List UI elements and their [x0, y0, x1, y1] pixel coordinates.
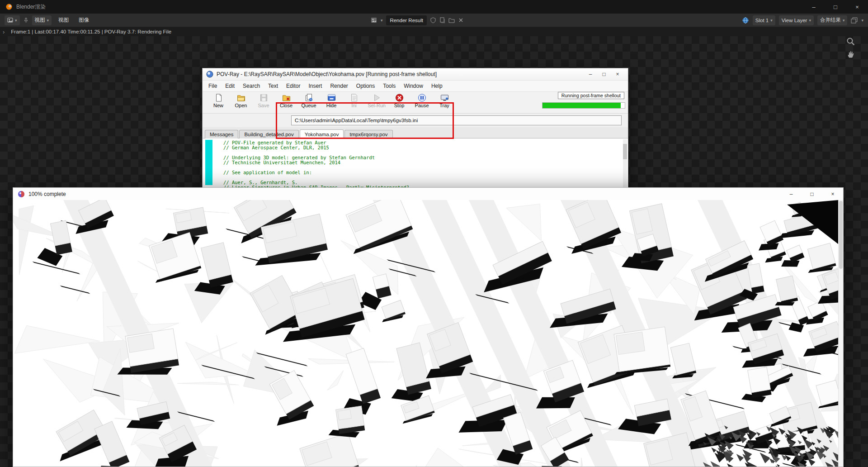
menu-edit[interactable]: Edit — [221, 81, 239, 91]
editor-type-selector[interactable]: ▾ — [5, 15, 20, 25]
code-scrollbar-thumb[interactable] — [623, 144, 627, 159]
code-line: // See application of model in: — [223, 170, 628, 175]
pause-icon — [417, 93, 427, 102]
menu-editor[interactable]: Editor — [282, 81, 304, 91]
blender-titlebar: Blender渲染 – □ × — [0, 0, 868, 14]
slot-dropdown[interactable]: Slot 1 ▾ — [753, 15, 775, 25]
tab-messages[interactable]: Messages — [205, 130, 238, 138]
code-line: // German Aerospace Center, DLR, 2015 — [223, 145, 628, 150]
toolbar-tray-button[interactable]: Tray — [433, 92, 456, 113]
ini-path-field[interactable]: C:\Users\admin\AppData\Local\Temp\tmpy6g… — [291, 115, 622, 125]
render-window: 100% complete – □ × — [13, 187, 844, 467]
menu-insert[interactable]: Insert — [304, 81, 326, 91]
new-image-icon[interactable] — [439, 17, 445, 23]
queue-icon — [304, 93, 314, 102]
toolbar-ini-button[interactable]: Ini — [343, 92, 365, 113]
ini-icon — [349, 93, 359, 102]
blender-minimize-button[interactable]: – — [803, 0, 825, 14]
chevron-down-icon: ▾ — [809, 18, 811, 23]
render-close-button[interactable]: × — [822, 188, 843, 200]
editor-selection-marker — [205, 140, 212, 185]
blender-status-strip: › Frame:1 | Last:00:17.40 Time:00:11.25 … — [0, 27, 868, 36]
tab-building-detailed[interactable]: Building_detailed.pov — [239, 130, 298, 138]
povray-menubar: File Edit Search Text Editor Insert Rend… — [203, 81, 628, 92]
view-mode-dropdown[interactable]: 视图 ▾ — [32, 15, 52, 25]
menu-text[interactable]: Text — [264, 81, 282, 91]
hide-icon — [327, 93, 336, 102]
fake-user-shield-icon[interactable] — [430, 17, 436, 23]
code-line: // Technische Universitaet Muenchen, 201… — [223, 160, 628, 165]
render-window-icon — [18, 191, 25, 198]
menu-file[interactable]: File — [204, 81, 221, 91]
blender-close-button[interactable]: × — [846, 0, 868, 14]
blender-header: ▾ 视图 ▾ 视图 图像 ▾ Render Result — [0, 14, 868, 27]
render-status-text: Frame:1 | Last:00:17.40 Time:00:11.25 | … — [11, 29, 171, 34]
menu-help[interactable]: Help — [427, 81, 447, 91]
open-image-folder-icon[interactable] — [448, 18, 455, 23]
blender-logo-icon — [5, 3, 13, 10]
povray-logo-icon — [206, 71, 213, 78]
blender-window-title: Blender渲染 — [16, 3, 46, 11]
menu-search[interactable]: Search — [239, 81, 264, 91]
menu-render[interactable]: Render — [326, 81, 352, 91]
zoom-magnifier-icon[interactable] — [846, 37, 855, 48]
sel-run-icon — [372, 93, 382, 102]
toolbar-close-button[interactable]: Close — [275, 92, 297, 113]
povray-path-row: C:\Users\admin\AppData\Local\Temp\tmpy6g… — [203, 114, 628, 127]
menu-options[interactable]: Options — [352, 81, 379, 91]
menu-window[interactable]: Window — [400, 81, 427, 91]
shellout-progress-fill — [542, 103, 621, 108]
pin-icon[interactable] — [24, 18, 28, 23]
view-layer-dropdown[interactable]: View Layer ▾ — [779, 15, 814, 25]
povray-window-title: POV-Ray - E:\RaySAR\RaySAR\Model\Object\… — [217, 71, 584, 77]
chevron-down-icon[interactable]: ▾ — [861, 18, 863, 23]
render-scrollbar-thumb[interactable] — [839, 201, 843, 269]
render-result-field[interactable]: Render Result — [386, 15, 427, 25]
povray-maximize-button[interactable]: □ — [597, 68, 611, 80]
menu-image[interactable]: 图像 — [75, 15, 92, 25]
render-scrollbar[interactable] — [838, 200, 843, 467]
toolbar-hide-button[interactable]: Hide — [320, 92, 343, 113]
toolbar-save-button[interactable]: Save — [252, 92, 275, 113]
rendered-city-image — [13, 200, 839, 467]
panel-expand-arrow[interactable]: › — [3, 29, 5, 35]
tab-tmp-pov[interactable]: tmpx6rqorsy.pov — [344, 130, 392, 138]
menu-view[interactable]: 视图 — [55, 15, 72, 25]
toolbar-new-button[interactable]: New — [207, 92, 230, 113]
povray-close-button[interactable]: × — [611, 68, 624, 80]
toolbar-stop-button[interactable]: Stop — [388, 92, 410, 113]
image-stack-icon[interactable] — [851, 17, 858, 24]
pan-hand-icon[interactable] — [846, 50, 855, 61]
new-icon — [214, 93, 223, 102]
povray-titlebar[interactable]: POV-Ray - E:\RaySAR\RaySAR\Model\Object\… — [203, 68, 628, 81]
render-window-titlebar[interactable]: 100% complete – □ × — [13, 188, 843, 200]
open-icon — [236, 93, 246, 102]
render-pass-dropdown[interactable]: 合并结果 ▾ — [817, 15, 848, 25]
shellout-progress-bar — [542, 102, 625, 109]
toolbar-open-button[interactable]: Open — [230, 92, 252, 113]
unlink-x-icon[interactable] — [458, 18, 463, 23]
povray-window: POV-Ray - E:\RaySAR\RaySAR\Model\Object\… — [202, 68, 628, 204]
chevron-down-icon: ▾ — [15, 18, 17, 23]
image-datablock-icon[interactable] — [371, 17, 377, 23]
chevron-down-icon: ▾ — [770, 18, 773, 23]
toolbar-pause-button[interactable]: Pause — [410, 92, 433, 113]
render-progress-title: 100% complete — [28, 191, 781, 197]
blender-window-controls: – □ × — [803, 0, 868, 14]
toolbar-queue-button[interactable]: Queue — [297, 92, 320, 113]
chevron-down-icon: ▾ — [843, 18, 845, 23]
render-maximize-button[interactable]: □ — [802, 188, 822, 200]
render-slot-globe-icon[interactable] — [742, 17, 749, 24]
povray-toolbar: New Open Save Close Queue Hide — [203, 92, 628, 114]
image-editor-icon — [7, 17, 13, 23]
menu-tools[interactable]: Tools — [379, 81, 400, 91]
povray-editor-tabs: Messages Building_detailed.pov Yokohama.… — [203, 127, 628, 138]
save-icon — [259, 93, 269, 102]
chevron-down-icon[interactable]: ▾ — [381, 18, 383, 23]
povray-minimize-button[interactable]: – — [584, 68, 597, 80]
render-minimize-button[interactable]: – — [781, 188, 802, 200]
toolbar-selrun-button[interactable]: Sel-Run — [365, 92, 388, 113]
render-output-image — [13, 200, 843, 467]
tab-yokohama[interactable]: Yokohama.pov — [300, 129, 344, 138]
blender-maximize-button[interactable]: □ — [825, 0, 846, 14]
